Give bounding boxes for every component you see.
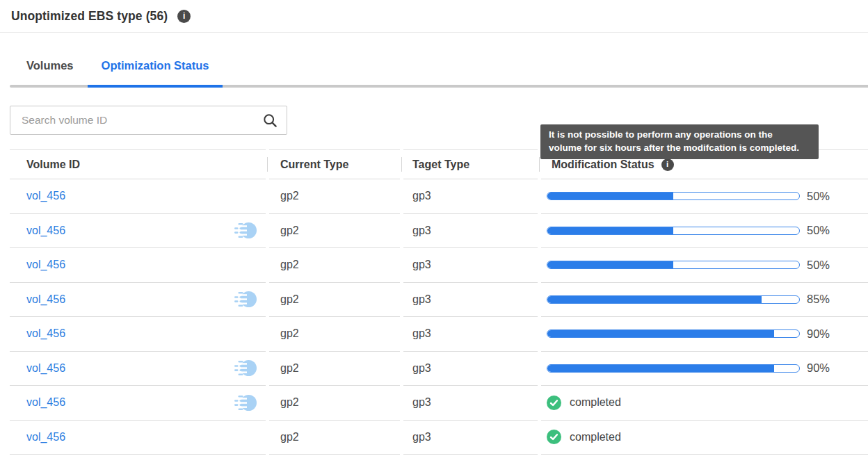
table-row: vol_456 <box>10 214 868 249</box>
column-header-target-type: Taget Type <box>403 149 538 179</box>
progress-indicator: 85% <box>547 293 830 306</box>
volumes-table: Volume ID Current Type Taget Type Modifi… <box>0 149 868 455</box>
page-title: Unoptimized EBS type (56) <box>11 9 168 24</box>
tab-optimization-status[interactable]: Optimization Status <box>88 59 223 88</box>
target-type-value: gp3 <box>412 362 431 375</box>
target-type-cell: gp3 <box>403 352 538 386</box>
current-type-cell: gp2 <box>269 317 400 352</box>
modification-status-tooltip: It is not possible to perform any operat… <box>540 124 819 159</box>
table-row: vol_456 <box>10 421 868 455</box>
search-box <box>10 106 287 135</box>
current-type-value: gp2 <box>280 327 299 340</box>
column-header-current-type: Current Type <box>269 149 400 179</box>
target-type-cell: gp3 <box>403 317 538 352</box>
table-row: vol_456 <box>10 386 868 421</box>
info-icon[interactable]: i <box>177 10 191 23</box>
current-type-value: gp2 <box>280 293 299 306</box>
progress-indicator: 50% <box>547 259 830 272</box>
volume-id-link[interactable]: vol_456 <box>26 190 65 202</box>
progress-fill <box>547 365 774 372</box>
progress-indicator: 50% <box>547 190 830 203</box>
volume-id-cell: vol_456 <box>10 283 266 318</box>
completed-label: completed <box>570 431 621 443</box>
progress-bar <box>547 329 800 338</box>
current-type-cell: gp2 <box>269 386 400 421</box>
completed-label: completed <box>570 396 621 409</box>
tooltip-line: volume for six hours after the modifcati… <box>549 141 810 154</box>
volume-id-cell: vol_456 <box>10 248 266 283</box>
volume-id-cell: vol_456 <box>10 214 266 249</box>
tooltip-line: It is not possible to perform any operat… <box>549 128 810 141</box>
progress-label: 50% <box>807 259 830 272</box>
progress-bar <box>547 261 800 269</box>
table-body: vol_456 <box>10 179 868 455</box>
progress-fill <box>547 193 673 200</box>
progress-label: 90% <box>807 361 830 375</box>
target-type-cell: gp3 <box>403 248 538 283</box>
current-type-cell: gp2 <box>269 283 400 318</box>
table-row: vol_456 <box>10 179 868 214</box>
progress-fill <box>547 296 762 303</box>
fast-io-icon <box>234 359 257 377</box>
target-type-value: gp3 <box>412 396 431 409</box>
progress-fill <box>547 330 774 337</box>
progress-indicator: 90% <box>547 327 830 341</box>
progress-indicator: 90% <box>547 361 830 375</box>
check-circle-icon <box>547 396 561 410</box>
current-type-cell: gp2 <box>269 179 400 214</box>
volume-id-cell: vol_456 <box>10 179 266 214</box>
target-type-value: gp3 <box>412 225 431 237</box>
modification-status-cell: 85% <box>541 283 868 318</box>
current-type-cell: gp2 <box>269 421 400 455</box>
current-type-cell: gp2 <box>269 352 400 386</box>
target-type-cell: gp3 <box>403 179 538 214</box>
modification-status-cell: 90% <box>541 352 868 386</box>
table-row: vol_456 <box>10 283 868 318</box>
target-type-cell: gp3 <box>403 386 538 421</box>
volume-id-link[interactable]: vol_456 <box>26 293 65 306</box>
progress-bar <box>547 192 800 200</box>
info-icon[interactable]: i <box>661 158 674 171</box>
current-type-cell: gp2 <box>269 214 400 249</box>
table-row: vol_456 <box>10 352 868 386</box>
target-type-value: gp3 <box>412 293 431 306</box>
modification-status-cell: 90% <box>541 317 868 352</box>
column-header-label: Taget Type <box>412 158 469 171</box>
volume-id-link[interactable]: vol_456 <box>26 225 65 237</box>
page: Unoptimized EBS type (56) i Volumes Opti… <box>0 0 868 456</box>
column-header-volume-id: Volume ID <box>10 149 266 179</box>
tabs-region: Volumes Optimization Status <box>0 33 868 88</box>
target-type-value: gp3 <box>412 190 431 202</box>
current-type-value: gp2 <box>280 362 299 375</box>
volume-id-link[interactable]: vol_456 <box>26 327 65 340</box>
modification-status-cell: 50% <box>541 214 868 249</box>
progress-bar <box>547 227 800 235</box>
current-type-value: gp2 <box>280 259 299 271</box>
progress-label: 90% <box>807 327 830 341</box>
modification-status-cell: 50% <box>541 248 868 283</box>
volume-id-link[interactable]: vol_456 <box>26 362 65 375</box>
tab-volumes[interactable]: Volumes <box>13 59 88 88</box>
check-circle-icon <box>547 430 561 444</box>
target-type-cell: gp3 <box>403 283 538 318</box>
progress-label: 50% <box>807 190 830 203</box>
tab-bar: Volumes Optimization Status <box>0 33 868 88</box>
modification-status-cell: completed <box>541 421 868 455</box>
volume-id-cell: vol_456 <box>10 317 266 352</box>
search-icon[interactable] <box>263 113 278 128</box>
table-row: vol_456 <box>10 317 868 352</box>
progress-fill <box>547 261 673 268</box>
modification-status-cell: 50% <box>541 179 868 214</box>
target-type-value: gp3 <box>412 431 431 443</box>
search-input[interactable] <box>10 114 263 127</box>
target-type-value: gp3 <box>412 259 431 271</box>
fast-io-icon <box>234 222 257 239</box>
completed-status: completed <box>547 430 621 444</box>
progress-label: 50% <box>807 224 830 237</box>
current-type-value: gp2 <box>280 225 299 237</box>
completed-status: completed <box>547 396 621 410</box>
modification-status-cell: completed <box>541 386 868 421</box>
volume-id-link[interactable]: vol_456 <box>26 259 65 271</box>
volume-id-link[interactable]: vol_456 <box>26 396 65 409</box>
volume-id-link[interactable]: vol_456 <box>26 431 65 443</box>
